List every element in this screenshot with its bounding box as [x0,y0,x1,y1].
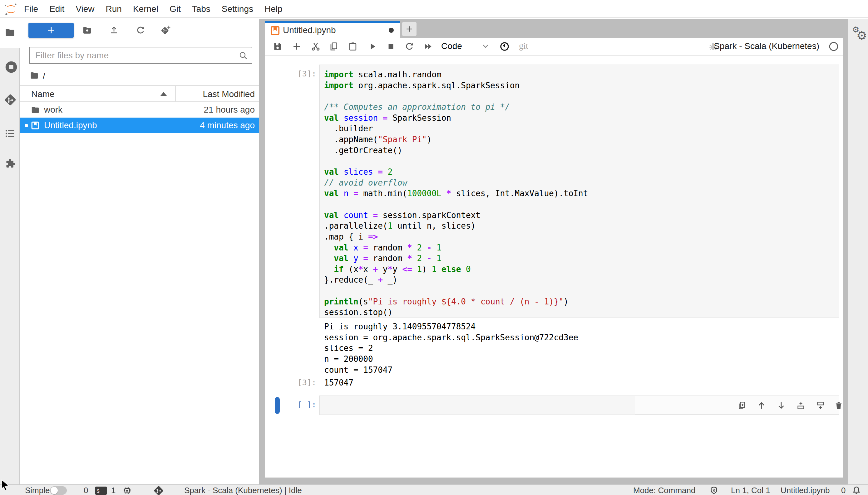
menu-bar: FileEditViewRunKernelGitTabsSettingsHelp [0,0,868,18]
jupyter-logo [4,2,18,17]
cell-output-stream: Pi is roughly 3.140955704778524session =… [324,321,578,375]
menu-item-git[interactable]: Git [169,4,181,14]
notebook-toolbar: Code git Spark - Scala (Kubernetes) [265,38,843,55]
paste-icon[interactable] [348,41,358,51]
new-tab-button[interactable] [402,22,416,36]
mouse-cursor [0,479,11,490]
restart-run-all-icon[interactable] [423,41,433,51]
cursor-position[interactable]: Ln 1, Col 1 [731,485,770,495]
upload-icon[interactable] [109,25,119,35]
notebook-scrollbar[interactable] [843,19,848,484]
kernel-chip-icon[interactable] [122,486,132,495]
extensions-icon[interactable] [4,158,16,169]
search-icon [239,51,248,60]
output-line: n = 200000 [324,354,578,365]
duplicate-cell-icon[interactable] [737,401,747,410]
file-browser: / Name Last Modified work21 hours agoUnt… [20,19,259,484]
filter-files-box [29,47,252,64]
menu-item-view[interactable]: View [76,4,94,14]
delete-cell-icon[interactable] [834,401,844,410]
terminal-badge-icon[interactable]: $_ [95,487,107,495]
file-modified: 21 hours ago [204,105,255,115]
cut-icon[interactable] [311,41,321,51]
menu-item-run[interactable]: Run [106,4,122,14]
insert-cell-below-icon[interactable] [816,401,825,410]
refresh-icon[interactable] [135,25,146,35]
git-branch-icon[interactable] [153,485,164,495]
tab-untitled-ipynb[interactable]: Untitled.ipynb [265,21,400,38]
menu-item-settings[interactable]: Settings [222,4,253,14]
menu-item-tabs[interactable]: Tabs [192,4,210,14]
breadcrumb[interactable]: / [43,71,45,81]
file-row-work[interactable]: work21 hours ago [20,102,259,118]
folder-icon [31,105,40,115]
filter-files-input[interactable] [30,47,252,63]
kernel-status-circle-icon[interactable] [829,41,839,51]
git-toolbar-label[interactable]: git [519,41,528,51]
column-header-name[interactable]: Name [31,89,55,99]
chevron-down-icon[interactable] [481,41,490,51]
tab-title: Untitled.ipynb [283,25,336,35]
insert-cell-above-icon[interactable] [796,401,805,410]
code-content: import scala.math.randomimport org.apach… [324,69,588,318]
cell-output-result: 157047 [324,378,354,387]
unsaved-changes-dot[interactable] [389,28,394,33]
history-clock-icon[interactable] [499,41,510,51]
code-cell-editor[interactable]: import scala.math.randomimport org.apach… [319,65,839,318]
bell-icon[interactable] [852,485,861,495]
terminals-count[interactable]: 0 [84,485,88,495]
file-name: Untitled.ipynb [44,120,97,130]
new-launcher-button[interactable] [29,23,74,38]
notebook-icon [31,121,40,130]
move-cell-down-icon[interactable] [776,401,786,410]
panel-divider[interactable] [259,19,265,484]
left-activity-bar [0,19,20,484]
add-cell-icon[interactable] [292,41,301,51]
simple-mode-label: Simple [25,485,50,495]
column-divider[interactable] [175,86,176,101]
stop-icon[interactable] [386,41,396,51]
jupyterlab-window: FileEditViewRunKernelGitTabsSettingsHelp… [0,0,868,495]
simple-mode-toggle[interactable] [50,486,67,495]
restart-icon[interactable] [404,41,414,51]
menu-item-edit[interactable]: Edit [49,4,64,14]
empty-cell-prompt: [ ]: [294,400,316,409]
notebook-icon [270,25,280,36]
output-line: count = 157047 [324,365,578,376]
command-mode-indicator[interactable]: Mode: Command [633,485,695,495]
git-icon[interactable] [4,94,16,106]
menu-item-help[interactable]: Help [264,4,282,14]
file-modified: 4 minutes ago [200,120,255,130]
column-header-modified[interactable]: Last Modified [203,89,255,99]
property-inspector-gears-icon[interactable]: ⚙⚙ [851,25,867,40]
cell-type-select[interactable]: Code [441,41,462,51]
menu-items: FileEditViewRunKernelGitTabsSettingsHelp [24,0,282,18]
file-name: work [44,105,63,115]
kernel-status-text[interactable]: Spark - Scala (Kubernetes) | Idle [184,485,302,495]
run-icon[interactable] [367,41,377,51]
sort-ascending-icon[interactable] [160,92,167,96]
move-cell-up-icon[interactable] [757,401,766,410]
save-icon[interactable] [273,41,282,51]
running-kernels-icon[interactable] [4,60,18,74]
folder-icon[interactable] [4,27,16,38]
output-line: session = org.apache.spark.sql.SparkSess… [324,332,578,343]
breadcrumb-folder-icon[interactable] [30,71,39,80]
file-list-header: Name Last Modified [20,85,259,102]
table-of-contents-icon[interactable] [4,128,16,139]
status-bar: Simple 0 $_ 1 Spark - Scala (Kubernetes)… [0,484,868,495]
menu-item-kernel[interactable]: Kernel [133,4,158,14]
notifications-count[interactable]: 0 [841,485,846,495]
trust-shield-icon[interactable] [709,486,718,495]
kernel-name[interactable]: Spark - Scala (Kubernetes) [714,41,819,51]
cell-input-prompt: [3]: [294,69,316,78]
active-cell-collapser[interactable] [275,397,280,414]
cell-output-prompt: [3]: [294,378,316,387]
menu-item-file[interactable]: File [24,4,38,14]
copy-icon[interactable] [329,41,339,51]
kernels-count[interactable]: 1 [111,485,116,495]
file-row-untitled-ipynb[interactable]: Untitled.ipynb4 minutes ago [20,118,259,133]
new-folder-icon[interactable] [82,25,92,35]
git-clone-icon[interactable] [161,25,171,35]
right-activity-bar: ⚙⚙ [848,19,868,484]
